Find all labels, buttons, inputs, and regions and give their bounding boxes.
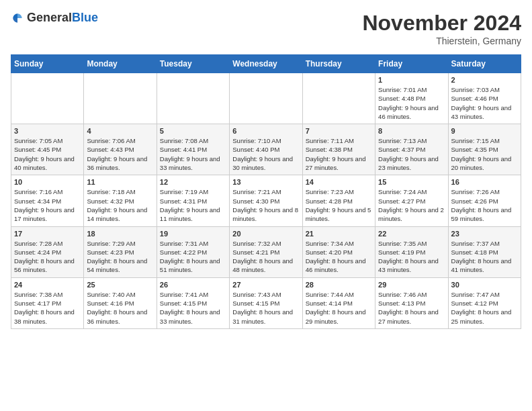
calendar-cell: 12Sunrise: 7:19 AM Sunset: 4:31 PM Dayli… xyxy=(157,175,229,226)
day-number: 2 xyxy=(451,76,518,84)
day-number: 12 xyxy=(160,178,226,186)
day-info: Sunrise: 7:38 AM Sunset: 4:17 PM Dayligh… xyxy=(14,290,81,326)
calendar-cell xyxy=(302,73,375,124)
day-info: Sunrise: 7:28 AM Sunset: 4:24 PM Dayligh… xyxy=(14,239,81,275)
day-info: Sunrise: 7:46 AM Sunset: 4:13 PM Dayligh… xyxy=(378,290,445,326)
calendar-body: 1Sunrise: 7:01 AM Sunset: 4:48 PM Daylig… xyxy=(11,73,521,329)
day-info: Sunrise: 7:26 AM Sunset: 4:26 PM Dayligh… xyxy=(451,187,518,223)
calendar-cell: 22Sunrise: 7:35 AM Sunset: 4:19 PM Dayli… xyxy=(375,226,448,277)
calendar-week-row: 17Sunrise: 7:28 AM Sunset: 4:24 PM Dayli… xyxy=(11,226,521,277)
calendar-cell: 5Sunrise: 7:08 AM Sunset: 4:41 PM Daylig… xyxy=(157,124,229,175)
day-number: 13 xyxy=(232,178,299,186)
calendar-cell xyxy=(157,73,229,124)
calendar-cell: 2Sunrise: 7:03 AM Sunset: 4:46 PM Daylig… xyxy=(448,73,521,124)
day-number: 27 xyxy=(232,281,299,289)
weekday-header-cell: Wednesday xyxy=(230,55,302,73)
calendar-table: SundayMondayTuesdayWednesdayThursdayFrid… xyxy=(11,54,521,329)
day-number: 30 xyxy=(451,281,518,289)
day-info: Sunrise: 7:47 AM Sunset: 4:12 PM Dayligh… xyxy=(451,290,518,326)
day-info: Sunrise: 7:37 AM Sunset: 4:18 PM Dayligh… xyxy=(451,239,518,275)
day-number: 6 xyxy=(232,127,299,135)
day-number: 28 xyxy=(306,281,372,289)
calendar-cell: 24Sunrise: 7:38 AM Sunset: 4:17 PM Dayli… xyxy=(11,277,84,328)
day-number: 5 xyxy=(160,127,226,135)
logo: GeneralBlue xyxy=(11,11,98,25)
day-number: 14 xyxy=(306,178,372,186)
calendar-cell xyxy=(230,73,302,124)
calendar-cell: 9Sunrise: 7:15 AM Sunset: 4:35 PM Daylig… xyxy=(448,124,521,175)
page-header: GeneralBlue November 2024 Thierstein, Ge… xyxy=(11,11,521,46)
calendar-cell: 23Sunrise: 7:37 AM Sunset: 4:18 PM Dayli… xyxy=(448,226,521,277)
day-info: Sunrise: 7:21 AM Sunset: 4:30 PM Dayligh… xyxy=(232,187,299,223)
title-area: November 2024 Thierstein, Germany xyxy=(362,11,521,46)
day-info: Sunrise: 7:05 AM Sunset: 4:45 PM Dayligh… xyxy=(14,136,81,172)
calendar-cell: 28Sunrise: 7:44 AM Sunset: 4:14 PM Dayli… xyxy=(302,277,375,328)
day-info: Sunrise: 7:44 AM Sunset: 4:14 PM Dayligh… xyxy=(306,290,372,326)
day-number: 18 xyxy=(87,230,153,238)
logo-text-blue: Blue xyxy=(72,11,98,24)
day-number: 19 xyxy=(160,230,226,238)
calendar-cell xyxy=(84,73,157,124)
day-number: 21 xyxy=(306,230,372,238)
day-number: 9 xyxy=(451,127,518,135)
day-number: 4 xyxy=(87,127,153,135)
calendar-cell: 15Sunrise: 7:24 AM Sunset: 4:27 PM Dayli… xyxy=(375,175,448,226)
calendar-cell: 14Sunrise: 7:23 AM Sunset: 4:28 PM Dayli… xyxy=(302,175,375,226)
calendar-week-row: 10Sunrise: 7:16 AM Sunset: 4:34 PM Dayli… xyxy=(11,175,521,226)
calendar-week-row: 3Sunrise: 7:05 AM Sunset: 4:45 PM Daylig… xyxy=(11,124,521,175)
calendar-cell: 4Sunrise: 7:06 AM Sunset: 4:43 PM Daylig… xyxy=(84,124,157,175)
calendar-cell: 17Sunrise: 7:28 AM Sunset: 4:24 PM Dayli… xyxy=(11,226,84,277)
day-info: Sunrise: 7:13 AM Sunset: 4:37 PM Dayligh… xyxy=(378,136,445,172)
day-info: Sunrise: 7:23 AM Sunset: 4:28 PM Dayligh… xyxy=(306,187,372,223)
day-number: 1 xyxy=(378,76,445,84)
calendar-cell: 3Sunrise: 7:05 AM Sunset: 4:45 PM Daylig… xyxy=(11,124,84,175)
day-info: Sunrise: 7:31 AM Sunset: 4:22 PM Dayligh… xyxy=(160,239,226,275)
day-number: 3 xyxy=(14,127,81,135)
day-info: Sunrise: 7:34 AM Sunset: 4:20 PM Dayligh… xyxy=(306,239,372,275)
day-info: Sunrise: 7:43 AM Sunset: 4:15 PM Dayligh… xyxy=(232,290,299,326)
day-info: Sunrise: 7:15 AM Sunset: 4:35 PM Dayligh… xyxy=(451,136,518,172)
day-number: 24 xyxy=(14,281,81,289)
day-info: Sunrise: 7:32 AM Sunset: 4:21 PM Dayligh… xyxy=(232,239,299,275)
day-info: Sunrise: 7:08 AM Sunset: 4:41 PM Dayligh… xyxy=(160,136,226,172)
day-number: 8 xyxy=(378,127,445,135)
calendar-week-row: 24Sunrise: 7:38 AM Sunset: 4:17 PM Dayli… xyxy=(11,277,521,328)
calendar-cell: 19Sunrise: 7:31 AM Sunset: 4:22 PM Dayli… xyxy=(157,226,229,277)
month-title: November 2024 xyxy=(362,11,521,36)
day-number: 29 xyxy=(378,281,445,289)
day-number: 22 xyxy=(378,230,445,238)
calendar-cell: 21Sunrise: 7:34 AM Sunset: 4:20 PM Dayli… xyxy=(302,226,375,277)
day-info: Sunrise: 7:35 AM Sunset: 4:19 PM Dayligh… xyxy=(378,239,445,275)
weekday-header-cell: Monday xyxy=(84,55,157,73)
weekday-header-cell: Saturday xyxy=(448,55,521,73)
day-info: Sunrise: 7:18 AM Sunset: 4:32 PM Dayligh… xyxy=(87,187,153,223)
weekday-header-cell: Thursday xyxy=(302,55,375,73)
calendar-cell: 13Sunrise: 7:21 AM Sunset: 4:30 PM Dayli… xyxy=(230,175,302,226)
weekday-header-cell: Sunday xyxy=(11,55,84,73)
calendar-week-row: 1Sunrise: 7:01 AM Sunset: 4:48 PM Daylig… xyxy=(11,73,521,124)
day-info: Sunrise: 7:10 AM Sunset: 4:40 PM Dayligh… xyxy=(232,136,299,172)
weekday-header-cell: Friday xyxy=(375,55,448,73)
day-number: 25 xyxy=(87,281,153,289)
day-number: 16 xyxy=(451,178,518,186)
day-info: Sunrise: 7:06 AM Sunset: 4:43 PM Dayligh… xyxy=(87,136,153,172)
day-number: 15 xyxy=(378,178,445,186)
day-info: Sunrise: 7:24 AM Sunset: 4:27 PM Dayligh… xyxy=(378,187,445,223)
day-number: 26 xyxy=(160,281,226,289)
day-number: 7 xyxy=(306,127,372,135)
logo-icon xyxy=(11,11,24,25)
calendar-cell: 29Sunrise: 7:46 AM Sunset: 4:13 PM Dayli… xyxy=(375,277,448,328)
day-number: 10 xyxy=(14,178,81,186)
calendar-cell: 6Sunrise: 7:10 AM Sunset: 4:40 PM Daylig… xyxy=(230,124,302,175)
calendar-cell: 18Sunrise: 7:29 AM Sunset: 4:23 PM Dayli… xyxy=(84,226,157,277)
day-info: Sunrise: 7:03 AM Sunset: 4:46 PM Dayligh… xyxy=(451,85,518,121)
day-info: Sunrise: 7:29 AM Sunset: 4:23 PM Dayligh… xyxy=(87,239,153,275)
day-info: Sunrise: 7:01 AM Sunset: 4:48 PM Dayligh… xyxy=(378,85,445,121)
calendar-cell: 1Sunrise: 7:01 AM Sunset: 4:48 PM Daylig… xyxy=(375,73,448,124)
weekday-header-row: SundayMondayTuesdayWednesdayThursdayFrid… xyxy=(11,55,521,73)
day-number: 23 xyxy=(451,230,518,238)
day-info: Sunrise: 7:40 AM Sunset: 4:16 PM Dayligh… xyxy=(87,290,153,326)
calendar-cell: 27Sunrise: 7:43 AM Sunset: 4:15 PM Dayli… xyxy=(230,277,302,328)
calendar-cell: 16Sunrise: 7:26 AM Sunset: 4:26 PM Dayli… xyxy=(448,175,521,226)
logo-text-general: General xyxy=(27,11,72,24)
